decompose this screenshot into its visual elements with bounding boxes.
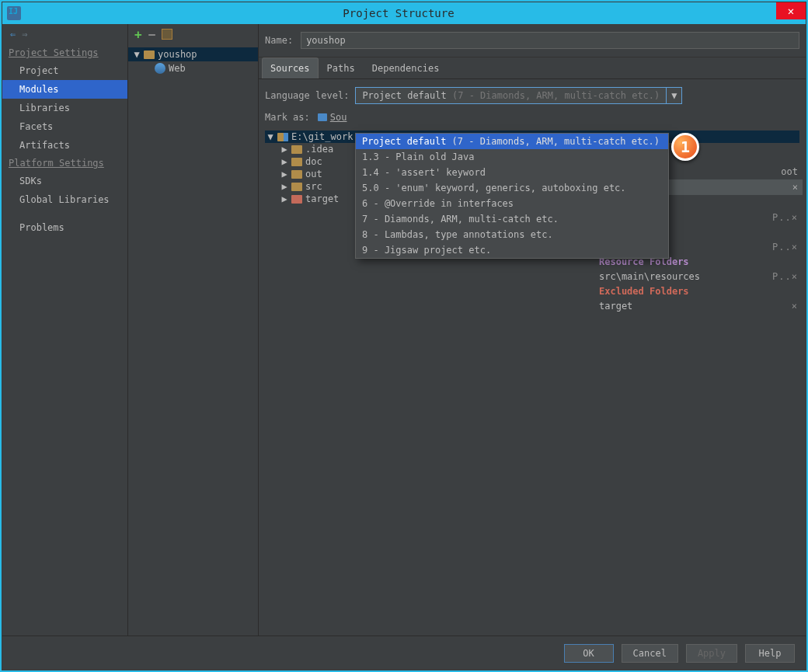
sidebar-item-sdks[interactable]: SDKs: [2, 172, 127, 190]
tab-dependencies[interactable]: Dependencies: [364, 57, 448, 78]
back-icon[interactable]: ⇐: [10, 29, 16, 40]
sidebar-item-global-libraries[interactable]: Global Libraries: [2, 190, 127, 209]
sidebar-group-project-settings: Project Settings: [2, 44, 127, 61]
folder-icon: [291, 158, 302, 166]
dropdown-option[interactable]: Project default (7 - Diamonds, ARM, mult…: [356, 134, 668, 149]
add-icon[interactable]: +: [134, 27, 142, 42]
expand-icon[interactable]: ▼: [266, 131, 274, 142]
ok-button[interactable]: OK: [564, 644, 614, 663]
language-level-combo[interactable]: Project default (7 - Diamonds, ARM, mult…: [355, 87, 682, 104]
sidebar-item-project[interactable]: Project: [2, 61, 127, 80]
help-button[interactable]: Help: [745, 644, 795, 663]
window-title: Project Structure: [21, 7, 776, 19]
app-icon: [7, 6, 21, 20]
sidebar: ⇐ ⇒ Project Settings Project Modules Lib…: [2, 24, 128, 635]
module-column: + − ▼ youshop Web: [128, 24, 259, 635]
language-level-label: Language level:: [265, 90, 349, 101]
close-button[interactable]: ✕: [776, 2, 806, 19]
expand-icon[interactable]: ▼: [133, 49, 141, 60]
sidebar-item-libraries[interactable]: Libraries: [2, 99, 127, 117]
module-row-web[interactable]: Web: [128, 61, 258, 75]
chevron-down-icon[interactable]: ▼: [666, 88, 681, 103]
folder-icon: [291, 170, 302, 179]
folder-icon: [277, 133, 288, 141]
dropdown-option[interactable]: 7 - Diamonds, ARM, multi-catch etc.: [356, 211, 668, 227]
dropdown-option[interactable]: 5.0 - 'enum' keyword, generics, autoboxi…: [356, 180, 668, 196]
module-icon: [144, 50, 155, 59]
close-icon[interactable]: ×: [792, 182, 798, 193]
forward-icon[interactable]: ⇒: [22, 29, 27, 40]
name-input[interactable]: [301, 32, 799, 49]
callout-badge-1: 1: [671, 133, 699, 161]
tab-sources[interactable]: Sources: [262, 57, 319, 78]
dropdown-option[interactable]: 1.4 - 'assert' keyword: [356, 165, 668, 180]
dropdown-option[interactable]: 8 - Lambdas, type annotations etc.: [356, 227, 668, 242]
sidebar-item-problems[interactable]: Problems: [2, 218, 127, 237]
dialog-footer: OK Cancel Apply Help: [2, 635, 806, 670]
folder-icon: [291, 195, 302, 204]
cancel-button[interactable]: Cancel: [622, 644, 678, 663]
main: Name: Sources Paths Dependencies Languag…: [259, 24, 806, 635]
folder-icon: [291, 183, 302, 191]
dropdown-option[interactable]: 1.3 - Plain old Java: [356, 149, 668, 165]
module-row-youshop[interactable]: ▼ youshop: [128, 47, 258, 61]
titlebar: Project Structure ✕: [2, 2, 806, 24]
folder-icon: [291, 145, 302, 154]
folder-line[interactable]: src\main\resourcesP..×: [594, 270, 803, 284]
sidebar-item-facets[interactable]: Facets: [2, 117, 127, 136]
language-level-dropdown[interactable]: Project default (7 - Diamonds, ARM, mult…: [355, 133, 669, 259]
dropdown-option[interactable]: 6 - @Override in interfaces: [356, 196, 668, 211]
web-icon: [155, 63, 165, 74]
mark-as-label: Mark as:: [265, 112, 310, 123]
tab-paths[interactable]: Paths: [319, 57, 364, 78]
sidebar-group-platform-settings: Platform Settings: [2, 155, 127, 172]
name-label: Name:: [265, 35, 293, 46]
folder-line[interactable]: target×: [594, 299, 803, 313]
excluded-folders-label: Excluded Folders: [594, 284, 803, 299]
apply-button[interactable]: Apply: [686, 644, 737, 663]
sidebar-item-modules[interactable]: Modules: [2, 80, 127, 99]
mark-sources[interactable]: Sou: [318, 112, 347, 123]
dropdown-option[interactable]: 9 - Jigsaw project etc.: [356, 242, 668, 258]
remove-icon[interactable]: −: [148, 27, 156, 42]
copy-icon[interactable]: [162, 29, 172, 40]
sidebar-item-artifacts[interactable]: Artifacts: [2, 136, 127, 155]
